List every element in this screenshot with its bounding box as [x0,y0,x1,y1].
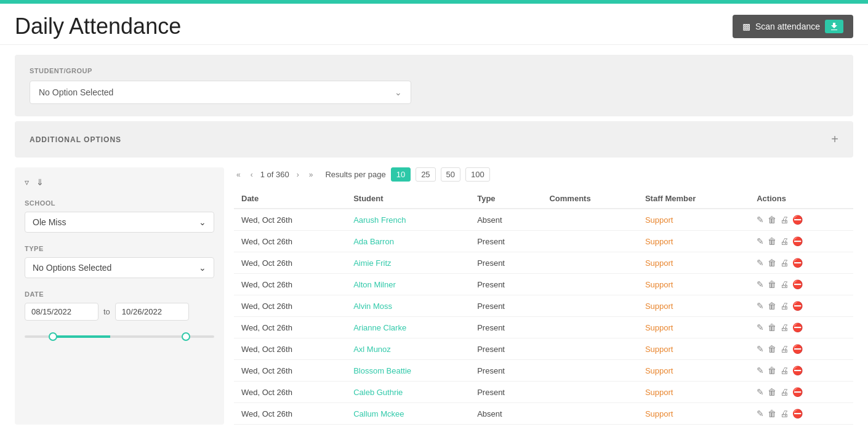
student-link[interactable]: Alvin Moss [353,302,392,311]
staff-link[interactable]: Support [645,323,673,332]
download-icon[interactable]: ⇓ [36,177,44,187]
print-icon[interactable]: 🖨 [780,279,789,289]
student-link[interactable]: Arianne Clarke [353,323,406,332]
student-link[interactable]: Aimie Fritz [353,258,391,268]
delete-icon[interactable]: 🗑 [768,236,776,246]
cell-staff[interactable]: Support [638,274,749,295]
edit-icon[interactable]: ✎ [757,215,764,225]
delete-icon[interactable]: 🗑 [768,366,776,375]
student-link[interactable]: Blossom Beattie [353,366,411,375]
student-link[interactable]: Alton Milner [353,280,396,289]
cell-student[interactable]: Aimie Fritz [346,252,470,274]
edit-icon[interactable]: ✎ [757,409,764,418]
per-page-100-button[interactable]: 100 [465,167,490,182]
delete-icon[interactable]: 🗑 [768,409,776,418]
print-icon[interactable]: 🖨 [780,409,789,418]
cell-student[interactable]: Axl Munoz [346,338,470,360]
cell-student[interactable]: Caleb Guthrie [346,382,470,403]
more-icon[interactable]: ⛔ [792,301,803,311]
first-page-button[interactable]: « [234,169,243,180]
edit-icon[interactable]: ✎ [757,279,764,289]
staff-link[interactable]: Support [645,237,673,246]
more-icon[interactable]: ⛔ [792,344,803,354]
delete-icon[interactable]: 🗑 [768,322,776,332]
print-icon[interactable]: 🖨 [780,344,789,354]
edit-icon[interactable]: ✎ [757,301,764,311]
edit-icon[interactable]: ✎ [757,322,764,332]
more-icon[interactable]: ⛔ [792,215,803,225]
edit-icon[interactable]: ✎ [757,344,764,354]
delete-icon[interactable]: 🗑 [768,215,776,225]
per-page-50-button[interactable]: 50 [441,167,460,182]
student-link[interactable]: Caleb Guthrie [353,388,403,397]
cell-staff[interactable]: Support [638,338,749,360]
print-icon[interactable]: 🖨 [780,258,789,268]
per-page-25-button[interactable]: 25 [416,167,435,182]
delete-icon[interactable]: 🗑 [768,301,776,311]
staff-link[interactable]: Support [645,366,673,375]
student-link[interactable]: Axl Munoz [353,345,391,354]
filter-icon[interactable]: ▿ [25,177,29,187]
print-icon[interactable]: 🖨 [780,301,789,311]
additional-options-section[interactable]: ADDITIONAL OPTIONS + [15,121,853,158]
print-icon[interactable]: 🖨 [780,387,789,397]
cell-staff[interactable]: Support [638,360,749,382]
staff-link[interactable]: Support [645,215,673,225]
cell-staff[interactable]: Support [638,403,749,425]
scan-attendance-button[interactable]: ▩ Scan attendance [733,15,853,38]
edit-icon[interactable]: ✎ [757,258,764,268]
delete-icon[interactable]: 🗑 [768,344,776,354]
more-icon[interactable]: ⛔ [792,366,803,375]
date-to-input[interactable] [115,303,189,321]
cell-student[interactable]: Aarush French [346,209,470,231]
student-link[interactable]: Aarush French [353,215,406,225]
cell-staff[interactable]: Support [638,231,749,252]
print-icon[interactable]: 🖨 [780,366,789,375]
per-page-10-button[interactable]: 10 [391,167,411,182]
edit-icon[interactable]: ✎ [757,236,764,246]
staff-link[interactable]: Support [645,409,673,418]
staff-link[interactable]: Support [645,345,673,354]
cell-staff[interactable]: Support [638,295,749,317]
print-icon[interactable]: 🖨 [780,236,789,246]
cell-student[interactable]: Blossom Beattie [346,360,470,382]
more-icon[interactable]: ⛔ [792,236,803,246]
next-page-button[interactable]: › [294,169,302,180]
more-icon[interactable]: ⛔ [792,279,803,289]
staff-link[interactable]: Support [645,258,673,268]
more-icon[interactable]: ⛔ [792,409,803,418]
cell-student[interactable]: Callum Mckee [346,403,470,425]
school-select[interactable]: Ole Miss ⌄ [25,212,214,233]
date-range-slider[interactable] [25,330,214,343]
range-handle-left[interactable] [49,332,57,341]
cell-student[interactable]: Arianne Clarke [346,317,470,338]
cell-staff[interactable]: Support [638,209,749,231]
cell-student[interactable]: Alvin Moss [346,295,470,317]
cell-student[interactable]: Ada Barron [346,231,470,252]
prev-page-button[interactable]: ‹ [248,169,255,180]
delete-icon[interactable]: 🗑 [768,279,776,289]
more-icon[interactable]: ⛔ [792,258,803,268]
edit-icon[interactable]: ✎ [757,387,764,397]
student-link[interactable]: Callum Mckee [353,409,404,418]
cell-staff[interactable]: Support [638,382,749,403]
more-icon[interactable]: ⛔ [792,322,803,332]
range-handle-right[interactable] [182,332,190,341]
cell-staff[interactable]: Support [638,317,749,338]
last-page-button[interactable]: » [307,169,316,180]
staff-link[interactable]: Support [645,388,673,397]
cell-staff[interactable]: Support [638,252,749,274]
student-link[interactable]: Ada Barron [353,237,394,246]
delete-icon[interactable]: 🗑 [768,387,776,397]
print-icon[interactable]: 🖨 [780,215,789,225]
edit-icon[interactable]: ✎ [757,366,764,375]
date-from-input[interactable] [25,303,98,321]
type-select[interactable]: No Options Selected ⌄ [25,257,214,278]
more-icon[interactable]: ⛔ [792,387,803,397]
print-icon[interactable]: 🖨 [780,322,789,332]
delete-icon[interactable]: 🗑 [768,258,776,268]
staff-link[interactable]: Support [645,280,673,289]
staff-link[interactable]: Support [645,302,673,311]
student-group-select[interactable]: No Option Selected ⌄ [30,81,411,104]
cell-student[interactable]: Alton Milner [346,274,470,295]
